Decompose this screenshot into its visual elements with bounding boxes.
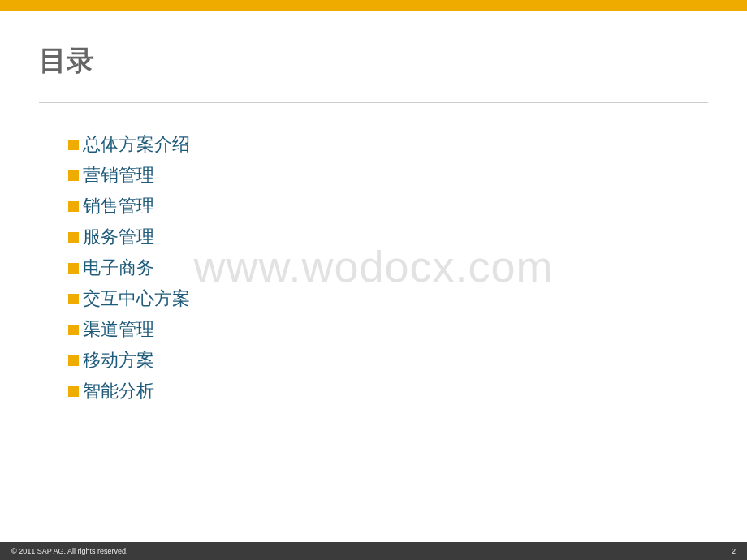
page-number: 2	[732, 547, 736, 555]
bullet-icon	[68, 170, 79, 181]
list-item: 移动方案	[68, 348, 708, 373]
list-item: 服务管理	[68, 225, 708, 249]
slide-footer: © 2011 SAP AG. All rights reserved. 2	[0, 542, 747, 560]
item-text: 交互中心方案	[83, 286, 190, 311]
list-item: 交互中心方案	[68, 286, 708, 311]
item-text: 渠道管理	[83, 317, 154, 342]
bullet-icon	[68, 201, 79, 212]
bullet-icon	[68, 325, 79, 335]
copyright-text: © 2011 SAP AG. All rights reserved.	[11, 547, 128, 555]
list-item: 销售管理	[68, 194, 708, 218]
bullet-icon	[68, 355, 79, 366]
item-text: 总体方案介绍	[83, 132, 190, 157]
bullet-icon	[68, 232, 79, 243]
bullet-icon	[68, 140, 79, 150]
item-text: 服务管理	[83, 225, 154, 249]
page-title: 目录	[39, 42, 708, 80]
toc-list: 总体方案介绍 营销管理 销售管理 服务管理 电子商务 交互中心方案 渠道管理	[68, 132, 708, 403]
bullet-icon	[68, 386, 79, 397]
list-item: 营销管理	[68, 163, 708, 187]
bullet-icon	[68, 263, 79, 274]
list-item: 渠道管理	[68, 317, 708, 342]
item-text: 营销管理	[83, 163, 154, 187]
list-item: 电子商务	[68, 256, 708, 280]
list-item: 智能分析	[68, 379, 708, 403]
item-text: 销售管理	[83, 194, 154, 218]
item-text: 移动方案	[83, 348, 154, 373]
bullet-icon	[68, 294, 79, 304]
top-accent-bar	[0, 0, 747, 11]
item-text: 电子商务	[83, 256, 154, 280]
title-divider	[39, 102, 708, 103]
slide-content: 目录 总体方案介绍 营销管理 销售管理 服务管理 电子商务 交互中心方案	[0, 11, 747, 403]
list-item: 总体方案介绍	[68, 132, 708, 157]
item-text: 智能分析	[83, 379, 154, 403]
